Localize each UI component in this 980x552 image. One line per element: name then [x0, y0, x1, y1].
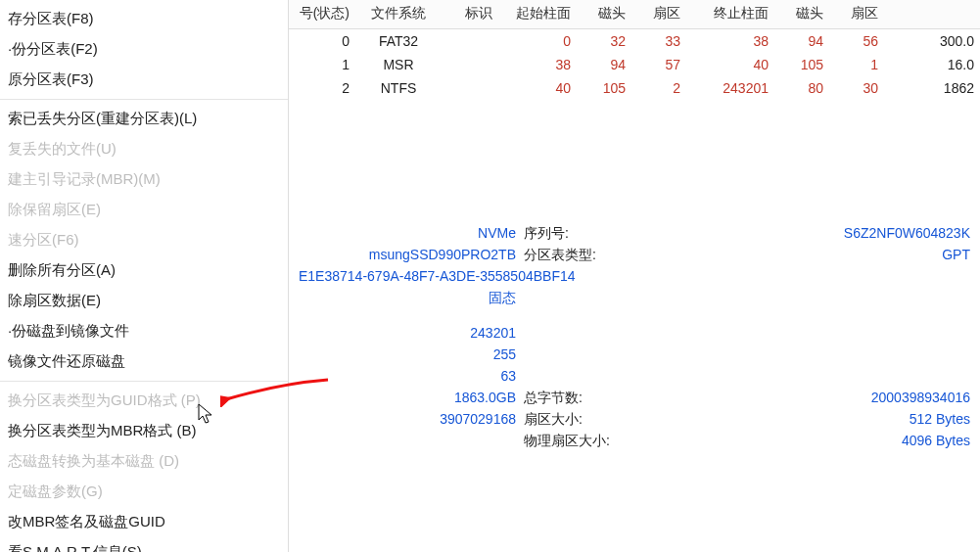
disk-media-value: 固态 [489, 290, 516, 305]
menu-item-change-mbr-signature-guid[interactable]: 改MBR签名及磁盘GUID [0, 507, 288, 537]
phys-sector-size-value: 4096 Bytes [902, 433, 970, 448]
col-start-cyl[interactable]: 起始柱面 [498, 0, 577, 29]
menu-item-clear-reserved-sectors: 除保留扇区(E) [0, 195, 288, 225]
context-menu: 存分区表(F8) ·份分区表(F2) 原分区表(F3) 索已丢失分区(重建分区表… [0, 0, 289, 552]
menu-item-convert-to-mbr[interactable]: 换分区表类型为MBR格式 (B) [0, 416, 288, 446]
capacity-value: 1863.0GB [454, 390, 516, 405]
col-filesystem[interactable]: 文件系统 [355, 0, 442, 29]
col-capacity[interactable] [884, 0, 980, 29]
pttype-label: 分区表类型: [524, 245, 631, 264]
menu-item-set-disk-params: 定磁盘参数(G) [0, 477, 288, 507]
disk-guid-value: E1E38714-679A-48F7-A3DE-3558504BBF14 [299, 268, 576, 284]
disk-interface-value: NVMe [478, 225, 516, 241]
menu-item-quick-partition: 速分区(F6) [0, 225, 288, 255]
col-sector2[interactable]: 扇区 [829, 0, 884, 29]
phys-sector-size-label: 物理扇区大小: [524, 431, 631, 450]
total-bytes-value: 2000398934016 [871, 390, 970, 405]
total-sectors-value: 3907029168 [440, 411, 516, 427]
menu-item-search-lost-partitions[interactable]: 索已丢失分区(重建分区表)(L) [0, 104, 288, 134]
menu-item-save-partition-table[interactable]: 存分区表(F8) [0, 4, 288, 34]
sector-size-value: 512 Bytes [910, 411, 970, 427]
heads-value: 255 [493, 346, 516, 362]
menu-item-convert-to-guid: 换分区表类型为GUID格式 (P) [0, 386, 288, 416]
table-row[interactable]: 2 NTFS 40 105 2 243201 80 30 1862 [289, 76, 980, 100]
menu-item-dynamic-to-basic: 态磁盘转换为基本磁盘 (D) [0, 446, 288, 477]
table-row[interactable]: 1 MSR 38 94 57 40 105 1 16.0 [289, 53, 980, 76]
pttype-value: GPT [942, 247, 970, 262]
disk-model-value: msungSSD990PRO2TB [369, 247, 516, 262]
menu-item-delete-all-partitions[interactable]: 删除所有分区(A) [0, 255, 288, 286]
menu-item-rebuild-mbr: 建主引导记录(MBR)(M) [0, 164, 288, 195]
menu-item-erase-sectors[interactable]: 除扇区数据(E) [0, 286, 288, 316]
col-end-cyl[interactable]: 终止柱面 [686, 0, 774, 29]
menu-item-recover-files: 复丢失的文件(U) [0, 134, 288, 164]
col-head2[interactable]: 磁头 [774, 0, 829, 29]
col-sector1[interactable]: 扇区 [631, 0, 686, 29]
cylinders-value: 243201 [470, 325, 516, 341]
menu-separator [0, 99, 288, 100]
col-flag[interactable]: 标识 [442, 0, 498, 29]
table-row[interactable]: 0 FAT32 0 32 33 38 94 56 300.0 [289, 29, 980, 54]
main-panel: 号(状态) 文件系统 标识 起始柱面 磁头 扇区 终止柱面 磁头 扇区 0 FA… [289, 0, 980, 552]
disk-info-panel: NVMe 序列号: S6Z2NF0W604823K msungSSD990PRO… [289, 223, 980, 452]
menu-item-restore-from-image[interactable]: 镜像文件还原磁盘 [0, 346, 288, 377]
partition-table[interactable]: 号(状态) 文件系统 标识 起始柱面 磁头 扇区 终止柱面 磁头 扇区 0 FA… [289, 0, 980, 100]
serial-label: 序列号: [524, 223, 631, 243]
sectors-per-track-value: 63 [500, 368, 516, 384]
col-head1[interactable]: 磁头 [577, 0, 631, 29]
menu-separator [0, 381, 288, 382]
menu-item-backup-disk-to-image[interactable]: ·份磁盘到镜像文件 [0, 316, 288, 346]
menu-item-backup-partition-table[interactable]: ·份分区表(F2) [0, 34, 288, 65]
menu-item-view-smart[interactable]: 看S.M.A.R.T.信息(S) [0, 537, 288, 552]
menu-item-restore-partition-table[interactable]: 原分区表(F3) [0, 65, 288, 95]
total-bytes-label: 总字节数: [524, 388, 631, 407]
sector-size-label: 扇区大小: [524, 409, 631, 429]
partition-table-header-row: 号(状态) 文件系统 标识 起始柱面 磁头 扇区 终止柱面 磁头 扇区 [289, 0, 980, 29]
col-num-status[interactable]: 号(状态) [289, 0, 355, 29]
serial-value: S6Z2NF0W604823K [844, 225, 970, 241]
